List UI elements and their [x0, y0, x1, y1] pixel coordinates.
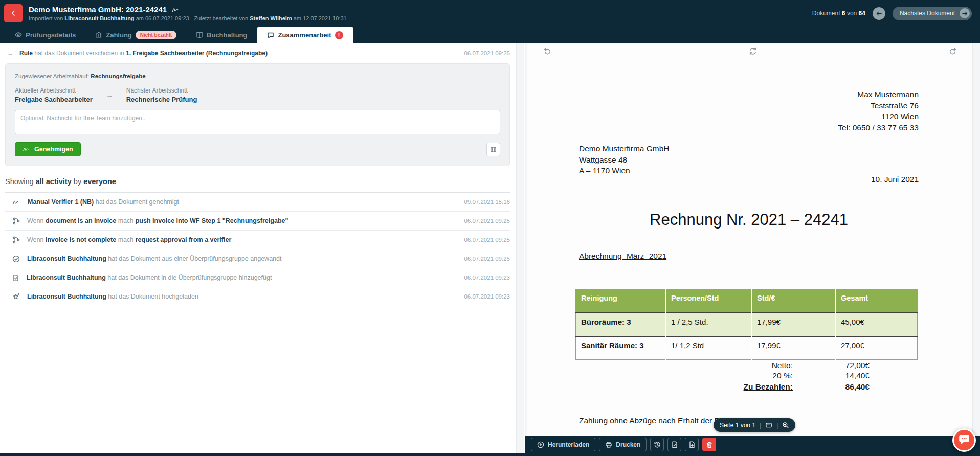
invoice-subject: Abrechnung März 2021: [579, 252, 666, 261]
activity-row-rule-approval: Wenn invoice is not complete mach reques…: [5, 231, 510, 249]
invoice-title: Rechnung Nr. 2021 – 24241: [525, 211, 972, 229]
star-icon: [12, 293, 20, 301]
alert-badge: !: [335, 31, 343, 39]
support-chat-button[interactable]: [952, 428, 976, 452]
document-page: Max Mustermann Teststraße 76 1120 Wien T…: [525, 43, 980, 436]
table-row: Sanitär Räume: 3 1/ 1,2 Std 17,99€ 27,00…: [575, 336, 917, 360]
assigned-workflow: Zugewiesener Arbeitsablauf: Rechnungsfre…: [15, 73, 500, 79]
zoom-in-icon[interactable]: [782, 422, 789, 429]
timestamp: 06.07.2021 09:23: [464, 275, 510, 281]
unpaid-badge: Nicht bezahlt: [136, 31, 176, 39]
invoice-table: Reinigung Personen/Std Std/€ Gesamt Büro…: [575, 289, 918, 360]
download-button[interactable]: Herunterladen: [531, 438, 595, 451]
timestamp: 06.07.2021 09:25: [464, 218, 510, 224]
signature-icon: [23, 146, 30, 152]
activity-row-group-added: Libraconsult Buchhaltung hat das Dokumen…: [5, 268, 510, 287]
rule-event-row: → Rule hat das Dokument verschoben in 1.…: [0, 43, 525, 62]
signature-icon: [172, 6, 180, 13]
approve-button[interactable]: Genehmigen: [15, 142, 81, 156]
activity-row-approved: Manual Verifier 1 (NB) hat das Dokument …: [5, 193, 510, 212]
arrow-left-icon: [876, 11, 882, 16]
invoice-footnote: Zahlung ohne Abzüge nach Erhalt der Rech: [579, 416, 733, 425]
invoice-date: 10. Juni 2021: [871, 175, 919, 184]
collaboration-panel: → Rule hat das Dokument verschoben in 1.…: [0, 43, 525, 453]
footer-bar: [0, 453, 980, 456]
print-button[interactable]: Drucken: [599, 438, 647, 451]
activity-row-uploaded: Libraconsult Buchhaltung hat das Dokumen…: [5, 287, 510, 306]
rotate-right-icon[interactable]: [948, 47, 957, 56]
check-circle-icon: [12, 255, 20, 263]
arrow-right-icon: [960, 8, 970, 18]
timestamp: 09.07.2021 15:16: [464, 199, 510, 205]
tab-pruefungsdetails[interactable]: Prüfungsdetails: [5, 27, 85, 43]
ledger-icon: [196, 31, 203, 38]
activity-filter-row: Showing all activity by everyone: [0, 166, 525, 192]
activity-row-group-applied: Libraconsult Buchhaltung hat das Dokumen…: [5, 249, 510, 268]
tab-bar: Prüfungsdetails Zahlung Nicht bezahlt Bu…: [0, 27, 980, 43]
activity-list: Manual Verifier 1 (NB) hat das Dokument …: [5, 192, 510, 306]
history-button[interactable]: [650, 438, 664, 451]
tab-buchhaltung[interactable]: Buchhaltung: [186, 27, 257, 43]
delete-button[interactable]: [702, 438, 716, 451]
board-view-button[interactable]: [486, 143, 500, 156]
activity-row-rule-invoice: Wenn document is an invoice mach push in…: [5, 212, 510, 231]
back-button[interactable]: [4, 4, 23, 22]
trash-icon: [706, 441, 713, 448]
invoice-sender-address: Max Mustermann Teststraße 76 1120 Wien T…: [838, 89, 919, 133]
arrow-right-icon: →: [7, 50, 13, 57]
next-step: Nächster Arbeitsschritt Rechnerische Prü…: [126, 87, 197, 103]
viewer-toolbar: Herunterladen Drucken: [525, 436, 980, 453]
branch-icon: [12, 217, 20, 225]
activity-type-filter[interactable]: all activity: [36, 177, 72, 186]
chevron-left-icon: [10, 10, 17, 17]
download-icon: [537, 441, 544, 448]
document-title: Demo Musterfirma GmbH: 2021-24241: [29, 5, 167, 14]
chat-icon: [267, 32, 274, 39]
document-export-button[interactable]: [685, 438, 699, 451]
document-verify-button[interactable]: [667, 438, 681, 451]
invoice-totals: Netto:72,00€ 20 %:14,40€ Zu Bezahlen:86,…: [718, 360, 870, 394]
document-subtitle: Importiert von Libraconsult Buchhaltung …: [29, 15, 347, 21]
app-window: Demo Musterfirma GmbH: 2021-24241 Import…: [0, 0, 980, 456]
printer-icon: [605, 441, 612, 448]
previous-document-button[interactable]: [873, 7, 885, 20]
eye-icon: [15, 31, 22, 38]
table-row: Büroräume: 3 1 / 2,5 Std. 17,99€ 45,00€: [575, 313, 917, 336]
invoice-recipient-address: Demo Musterfirma GmbH Wattgasse 48 A – 1…: [579, 143, 670, 176]
timestamp: 06.07.2021 09:25: [464, 50, 510, 56]
timestamp: 06.07.2021 09:23: [464, 293, 510, 300]
next-document-button[interactable]: Nächstes Dokument: [893, 7, 972, 20]
team-message-input[interactable]: [15, 110, 500, 134]
document-export-icon: [688, 441, 696, 448]
panel-scrollbar[interactable]: [516, 43, 524, 453]
document-check-icon: [671, 441, 678, 448]
viewer-scrollbar[interactable]: [972, 43, 980, 436]
rotate-left-icon[interactable]: [543, 47, 552, 56]
tab-zahlung[interactable]: Zahlung Nicht bezahlt: [85, 27, 186, 43]
document-check-icon: [12, 274, 19, 282]
document-viewer: Max Mustermann Teststraße 76 1120 Wien T…: [525, 43, 980, 453]
header-bar: Demo Musterfirma GmbH: 2021-24241 Import…: [0, 0, 980, 27]
signature-icon: [12, 199, 20, 206]
chat-bubble-icon: [958, 435, 970, 446]
current-step: Aktueller Arbeitsschritt Freigabe Sachbe…: [15, 87, 93, 103]
kanban-icon: [490, 146, 497, 153]
page-indicator: Seite 1 von 1 | |: [714, 418, 795, 432]
bank-icon: [95, 31, 102, 38]
document-counter: Dokument 6 von 64: [812, 10, 865, 17]
branch-icon: [12, 236, 20, 244]
timestamp: 06.07.2021 09:25: [464, 237, 510, 243]
history-icon: [654, 441, 661, 448]
workflow-panel: Zugewiesener Arbeitsablauf: Rechnungsfre…: [5, 63, 510, 166]
refresh-icon[interactable]: [748, 47, 758, 56]
timestamp: 06.07.2021 09:25: [464, 256, 510, 262]
tab-zusammenarbeit[interactable]: Zusammenarbeit !: [257, 27, 353, 43]
thumbnails-icon[interactable]: [765, 422, 772, 428]
arrow-right-icon: →: [106, 91, 113, 99]
activity-people-filter[interactable]: everyone: [83, 177, 116, 186]
